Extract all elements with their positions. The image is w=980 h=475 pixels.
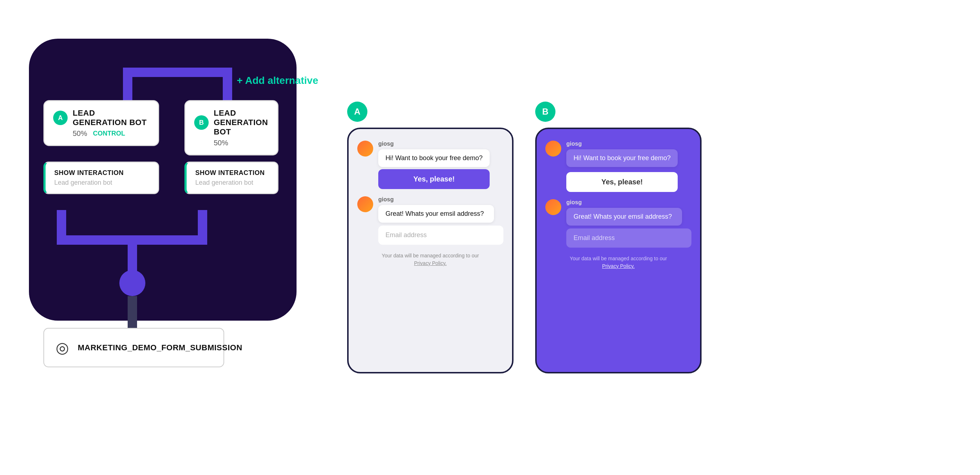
connector-bottom-left	[57, 210, 66, 235]
interaction-b-block[interactable]: SHOW INTERACTION Lead generation bot	[185, 162, 278, 194]
preview-b-message2: Great! Whats your emsil address?	[566, 208, 682, 226]
preview-a-privacy: Your data will be managed according to o…	[357, 252, 503, 267]
preview-a-sender1: giosg	[378, 141, 490, 147]
preview-b-sender2: giosg	[566, 199, 691, 206]
connector-merge-right	[136, 235, 207, 245]
interaction-a-sublabel: Lead generation bot	[54, 179, 150, 186]
preview-b-bubble-wrapper2: giosg Great! Whats your emsil address? E…	[566, 199, 691, 248]
preview-a-avatar1	[357, 141, 373, 157]
goal-text: MARKETING_DEMO_FORM_SUBMISSION	[78, 343, 242, 353]
preview-b-avatar2	[545, 199, 561, 215]
connector-bottom-right	[198, 210, 207, 235]
variant-a-header: A LEAD GENERATION BOT	[53, 108, 150, 127]
preview-a-sender2: giosg	[378, 196, 503, 203]
preview-b-wrapper: B giosg Hi! Want to book your free demo?…	[535, 102, 702, 373]
interaction-b-sublabel: Lead generation bot	[195, 179, 269, 186]
preview-b-chat: giosg Hi! Want to book your free demo? Y…	[537, 129, 700, 281]
preview-a-row1: giosg Hi! Want to book your free demo? Y…	[357, 141, 503, 189]
preview-b-privacy-link[interactable]: Privacy Policy.	[602, 263, 635, 269]
variant-a-badge: A	[53, 111, 68, 125]
preview-a-row2: giosg Great! Whats your emsil address? E…	[357, 196, 503, 245]
preview-a-email-input[interactable]: Email address	[378, 226, 503, 245]
preview-a-badge: A	[347, 102, 368, 122]
preview-a-phone: giosg Hi! Want to book your free demo? Y…	[347, 128, 514, 373]
connector-circle	[119, 270, 145, 296]
preview-b-chat-full: Great! Whats your emsil address? Email a…	[566, 208, 691, 248]
preview-a-bubble-wrapper2: giosg Great! Whats your emsil address? E…	[378, 196, 503, 245]
variant-b-percent: 50%	[214, 139, 228, 147]
preview-a-chat-full: Great! Whats your emsil address? Email a…	[378, 205, 503, 245]
add-alternative-button[interactable]: + Add alternative	[237, 75, 318, 86]
connector-top-right	[123, 68, 231, 77]
preview-b-privacy-text: Your data will be managed according to o…	[570, 256, 667, 261]
main-container: + Add alternative A LEAD GENERATION BOT …	[22, 39, 958, 436]
preview-a-message2: Great! Whats your emsil address?	[378, 205, 494, 223]
variant-a-title: LEAD GENERATION BOT	[73, 108, 150, 127]
variant-b-title: LEAD GENERATION BOT	[214, 108, 269, 137]
variant-b-badge: B	[194, 115, 208, 130]
preview-a-cta[interactable]: Yes, please!	[378, 169, 490, 189]
goal-icon: ◎	[56, 339, 69, 356]
variant-b-block[interactable]: B LEAD GENERATION BOT 50%	[185, 100, 278, 156]
preview-b-row1: giosg Hi! Want to book your free demo? Y…	[545, 141, 691, 192]
preview-b-row2: giosg Great! Whats your emsil address? E…	[545, 199, 691, 248]
preview-b-message1: Hi! Want to book your free demo?	[566, 149, 678, 167]
preview-b-badge: B	[535, 102, 555, 122]
variant-a-control-label: CONTROL	[93, 130, 125, 137]
variant-b-header: B LEAD GENERATION BOT	[194, 108, 269, 137]
interaction-b-label: SHOW INTERACTION	[195, 169, 269, 177]
connector-to-goal	[128, 296, 137, 332]
variant-a-percent: 50%	[73, 129, 87, 138]
interaction-a-label: SHOW INTERACTION	[54, 169, 150, 177]
preview-b-email-input[interactable]: Email address	[566, 229, 691, 248]
flow-diagram: + Add alternative A LEAD GENERATION BOT …	[22, 39, 318, 436]
preview-b-cta[interactable]: Yes, please!	[566, 172, 678, 192]
preview-b-sender1: giosg	[566, 141, 678, 147]
preview-a-privacy-link[interactable]: Privacy Policy.	[414, 260, 447, 266]
preview-a-message1: Hi! Want to book your free demo?	[378, 149, 490, 167]
goal-block[interactable]: ◎ MARKETING_DEMO_FORM_SUBMISSION	[43, 328, 224, 367]
interaction-a-block[interactable]: SHOW INTERACTION Lead generation bot	[43, 162, 159, 194]
connector-merge-left	[57, 235, 136, 245]
preview-a-avatar2	[357, 196, 373, 212]
preview-b-avatar1	[545, 141, 561, 157]
variant-b-stats: 50%	[214, 139, 269, 147]
previews-container: A giosg Hi! Want to book your free demo?…	[347, 102, 702, 373]
preview-a-wrapper: A giosg Hi! Want to book your free demo?…	[347, 102, 514, 373]
preview-a-chat: giosg Hi! Want to book your free demo? Y…	[348, 129, 512, 279]
preview-b-privacy: Your data will be managed according to o…	[545, 255, 691, 270]
preview-b-phone: giosg Hi! Want to book your free demo? Y…	[535, 128, 702, 373]
preview-a-bubble-wrapper1: giosg Hi! Want to book your free demo? Y…	[378, 141, 490, 189]
preview-a-privacy-text: Your data will be managed according to o…	[382, 253, 479, 259]
variant-a-block[interactable]: A LEAD GENERATION BOT 50% CONTROL	[43, 100, 159, 146]
variant-a-stats: 50% CONTROL	[73, 129, 150, 138]
preview-b-bubble-wrapper1: giosg Hi! Want to book your free demo? Y…	[566, 141, 678, 192]
